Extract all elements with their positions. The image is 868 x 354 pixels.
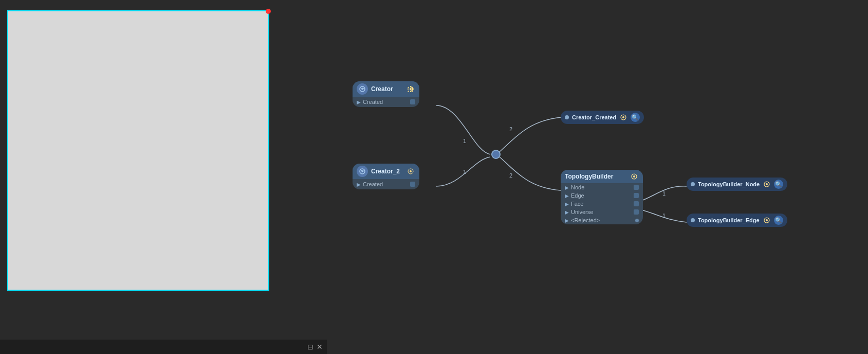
topo-node-port xyxy=(634,185,639,190)
node-graph-panel: 1 1 2 2 1 1 Creator ▶ Created xyxy=(327,0,868,354)
creator2-output-created: ▶ Created xyxy=(353,180,419,188)
close-icon[interactable]: ✕ xyxy=(317,343,323,351)
topo-edge-port xyxy=(634,193,639,198)
topology-builder-node-result: TopologyBuilder_Node 🔍 xyxy=(687,178,787,191)
creator-node-header: Creator xyxy=(353,81,419,97)
creator2-gear[interactable] xyxy=(406,167,415,176)
conn-label-m1: 2 xyxy=(509,126,512,132)
creator-created-node: Creator_Created 🔍 xyxy=(561,111,644,124)
svg-point-2 xyxy=(410,88,412,90)
conn-label-topo2: 1 xyxy=(662,213,666,219)
topo-node-in-port xyxy=(691,182,695,186)
svg-point-14 xyxy=(766,219,768,221)
topology-node-search[interactable]: 🔍 xyxy=(774,180,783,189)
topology-builder-header: TopologyBuilder xyxy=(561,170,643,183)
svg-point-12 xyxy=(766,183,768,185)
topology-edge-search[interactable]: 🔍 xyxy=(774,216,783,225)
topo-row-node: ▶ Node xyxy=(561,183,643,191)
minimize-icon[interactable]: ⊟ xyxy=(307,343,313,351)
creator2-node: Creator_2 ▶ Created xyxy=(353,164,419,189)
creator2-output-port xyxy=(410,182,415,187)
creator-outputs: ▶ Created xyxy=(353,97,419,107)
topo-row-edge: ▶ Edge xyxy=(561,191,643,200)
creator-created-search[interactable]: 🔍 xyxy=(631,113,640,122)
svg-point-8 xyxy=(622,116,624,118)
conn-label-m2: 2 xyxy=(509,172,512,179)
topo-edge-in-port xyxy=(691,218,695,222)
topo-row-rejected: ▶ <Rejected> xyxy=(561,216,643,224)
topology-builder-edge-result: TopologyBuilder_Edge 🔍 xyxy=(687,214,787,227)
creator-created-gear[interactable] xyxy=(619,113,627,121)
creator-output-created: ▶ Created xyxy=(353,98,419,106)
topo-row-universe: ▶ Universe xyxy=(561,208,643,216)
topology-builder-gear[interactable] xyxy=(630,172,639,181)
creator-icon xyxy=(357,83,368,95)
creator-output-port xyxy=(410,99,415,104)
bottom-bar: ⊟ ✕ xyxy=(0,340,327,354)
creator-node: Creator ▶ Created xyxy=(353,81,419,107)
svg-point-1 xyxy=(362,88,363,90)
svg-point-4 xyxy=(362,171,363,172)
topology-node-gear[interactable] xyxy=(763,180,771,188)
topology-edge-title: TopologyBuilder_Edge xyxy=(698,217,760,223)
topology-builder-node: TopologyBuilder ▶ Node ▶ Edge ▶ Face ▶ U… xyxy=(561,170,643,224)
topo-face-port xyxy=(634,201,639,206)
topo-row-face: ▶ Face xyxy=(561,200,643,208)
topo-rejected-port xyxy=(635,219,639,222)
creator2-node-header: Creator_2 xyxy=(353,164,419,179)
topology-edge-gear[interactable] xyxy=(763,216,771,224)
merge-node xyxy=(491,150,501,159)
viewport xyxy=(7,10,269,291)
conn-label-2: 1 xyxy=(463,169,466,175)
topology-builder-title: TopologyBuilder xyxy=(565,173,626,180)
conn-label-topo1: 1 xyxy=(662,190,666,197)
left-panel: ⊟ ✕ xyxy=(0,0,327,354)
creator-created-title: Creator_Created xyxy=(572,114,616,120)
svg-point-6 xyxy=(410,170,412,172)
creator2-title: Creator_2 xyxy=(371,168,403,175)
creator-title: Creator xyxy=(371,85,403,93)
conn-label-1: 1 xyxy=(463,138,466,144)
creator-gear[interactable] xyxy=(406,84,415,94)
creator2-icon xyxy=(357,166,368,177)
topology-node-title: TopologyBuilder_Node xyxy=(698,181,760,187)
topo-universe-port xyxy=(634,209,639,215)
creator-created-in-port xyxy=(565,115,569,119)
creator2-outputs: ▶ Created xyxy=(353,179,419,189)
svg-point-10 xyxy=(633,175,635,178)
red-dot-indicator xyxy=(266,9,271,14)
